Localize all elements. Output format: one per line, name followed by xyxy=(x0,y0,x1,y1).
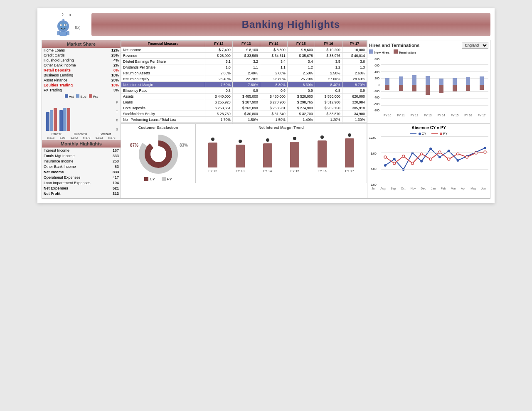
absence-x-labels: JulAugSepOctNovDecJanFebMarAprMayJun xyxy=(369,187,488,190)
fin-fy16: 1.20% xyxy=(315,117,342,123)
market-share-label: Business Lending xyxy=(42,73,102,78)
monthly-value: 167 xyxy=(108,148,121,153)
cy-label: CY xyxy=(144,177,155,181)
monthly-label: Loan Imparement Expenses xyxy=(42,180,108,185)
financial-row: Assets $ 440,000 $ 485,000 $ 480,000 $ 5… xyxy=(121,94,367,99)
fin-fy14: $ 34,511 xyxy=(260,53,287,59)
middle-panel: Financial Measure FY 12 FY 13 FY 14 FY 1… xyxy=(121,40,367,198)
market-share-row: Credit Cards25% xyxy=(42,53,121,58)
nim-bar xyxy=(263,143,272,167)
market-share-row: Other Bank Income2% xyxy=(42,63,121,68)
market-share-label: Houshold Lending xyxy=(42,58,102,63)
hires-bar-group xyxy=(408,58,421,112)
svg-point-30 xyxy=(429,158,432,160)
financial-row: Dividends Per Share 1.0 1.1 1.1 1.2 1.2 … xyxy=(121,64,367,70)
col-fy13: FY 13 xyxy=(232,41,260,47)
monthly-row: Net Income833 xyxy=(42,169,121,175)
fin-fy13: 0.9 xyxy=(232,88,260,94)
fin-fy15: 2.50% xyxy=(287,70,315,76)
fin-fy14: $ 31,540 xyxy=(260,111,287,117)
header-area: Σ π xyxy=(42,12,490,37)
hires-x-label: FY 14 xyxy=(437,114,445,117)
fin-fy16: $ 38,976 xyxy=(315,53,342,59)
fin-fy15: 25.70% xyxy=(287,76,315,82)
svg-point-20 xyxy=(448,150,450,152)
fin-measure: Stockholder's Equity xyxy=(121,111,205,117)
market-share-row: Home Loans12% xyxy=(42,48,121,53)
monthly-value: 104 xyxy=(108,180,121,185)
monthly-row: Interest Income167 xyxy=(42,148,121,153)
nim-bar-group: FY 17 xyxy=(345,133,354,173)
new-hires-legend: New Hires xyxy=(369,49,389,54)
fin-fy13: $ 287,900 xyxy=(232,99,260,105)
fin-measure: Loans xyxy=(121,99,205,105)
right-panel: Hires and Terminations England Scotland … xyxy=(367,40,490,198)
hires-x-labels: FY 10FY 11FY 12FY 13FY 14FY 15FY 16FY 17 xyxy=(381,114,488,117)
line-chart-area xyxy=(381,136,488,186)
fx-symbol: f(x) xyxy=(75,25,81,30)
fin-fy14: 8.30% xyxy=(260,82,287,88)
monthly-value: 250 xyxy=(108,158,121,164)
svg-point-34 xyxy=(466,156,468,158)
fin-measure: Net Interest Margin xyxy=(121,82,205,88)
hires-x-label: FY 16 xyxy=(464,114,472,117)
market-share-value: 6% xyxy=(102,68,121,73)
svg-point-19 xyxy=(438,156,441,158)
fin-fy15: 1.40% xyxy=(287,117,315,123)
monthly-highlights: Monthly Highlights Interest Income167Fun… xyxy=(42,140,121,196)
market-share-row: Retail Deposits6% xyxy=(42,68,121,73)
svg-point-4 xyxy=(60,25,62,26)
fin-fy15: 1.2 xyxy=(287,64,315,70)
fin-fy16: $ 550,000 xyxy=(315,94,342,99)
fin-fy12: 23.40% xyxy=(205,76,232,82)
monthly-value: 83 xyxy=(108,164,121,169)
financial-row: Core Deposits $ 253,651 $ 262,890 $ 268,… xyxy=(121,105,367,111)
nim-bar-group: FY 12 xyxy=(208,138,217,173)
hires-title: Hires and Terminations xyxy=(369,43,419,48)
fin-fy14: 1.1 xyxy=(260,64,287,70)
hire-bar xyxy=(412,75,416,85)
monthly-highlights-header: Monthly Highlights xyxy=(42,140,121,148)
svg-point-18 xyxy=(429,148,432,150)
market-share-legend: Act Bud Fct xyxy=(44,94,119,99)
hires-dropdown[interactable]: England Scotland Wales xyxy=(462,42,488,49)
fin-measure: Dividends Per Share xyxy=(121,64,205,70)
absence-py-legend: PY xyxy=(431,132,448,135)
main-container: Σ π xyxy=(37,8,495,203)
svg-point-13 xyxy=(384,164,387,167)
term-bar xyxy=(439,85,443,93)
absence-x-label: Nov xyxy=(411,187,416,190)
sigma-symbol: Σ xyxy=(62,12,64,17)
svg-point-26 xyxy=(393,162,396,165)
svg-point-27 xyxy=(402,155,405,158)
hire-bar xyxy=(439,79,443,85)
svg-point-32 xyxy=(448,158,450,160)
term-bar xyxy=(385,85,389,90)
nim-bar xyxy=(208,143,217,167)
fin-fy13: 22.70% xyxy=(232,76,260,82)
fin-fy17: 8.70% xyxy=(342,82,367,88)
hire-bar xyxy=(480,76,484,85)
hires-chart-area: Hires and Terminations England Scotland … xyxy=(367,40,490,123)
monthly-label: Operational Expenses xyxy=(42,175,108,180)
absence-cy-legend: CY xyxy=(410,132,426,135)
fin-fy16: 27.60% xyxy=(315,76,342,82)
nim-bar-group: FY 13 xyxy=(236,140,245,173)
col-fy15: FY 15 xyxy=(287,41,315,47)
financial-row: Return on Assets 2.60% 2.40% 2.60% 2.50%… xyxy=(121,70,367,76)
monthly-value: 833 xyxy=(108,169,121,175)
banner: Banking Highlights xyxy=(91,13,490,36)
fin-fy15: $ 274,900 xyxy=(287,105,315,111)
monthly-row: Net Profit313 xyxy=(42,191,121,196)
absence-x-label: Mar xyxy=(451,187,456,190)
monthly-row: Operational Expenses417 xyxy=(42,175,121,180)
py-label: PY xyxy=(162,177,172,181)
market-share-row: FX Trading3% xyxy=(42,88,121,93)
market-share-label: Asset Finance xyxy=(42,78,102,83)
bottom-charts: Customer Satisfaction 87% 83% xyxy=(121,123,367,183)
absence-chart-area: Absence CY v PY CY PY xyxy=(367,123,490,198)
gridline xyxy=(381,153,488,153)
financial-row: Diluted Earnings Per Share 3.1 3.2 3.4 3… xyxy=(121,59,367,64)
monthly-value: 521 xyxy=(108,185,121,191)
fin-fy13: $ 485,000 xyxy=(232,94,260,99)
